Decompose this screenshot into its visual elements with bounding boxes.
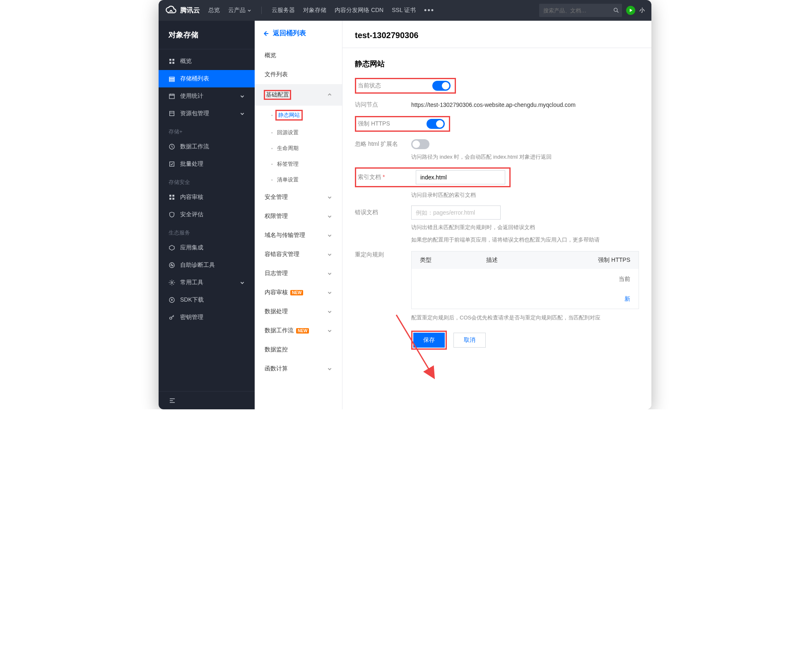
nav-cvm[interactable]: 云服务器 xyxy=(272,7,295,14)
sbm-static-site[interactable]: 静态网站 xyxy=(255,106,342,125)
sbl-bucket-list[interactable]: 存储桶列表 xyxy=(159,70,255,87)
sbm-domain-transfer[interactable]: 域名与传输管理 xyxy=(255,226,342,245)
index-doc-hint: 访问目录时匹配的索引文档 xyxy=(411,191,639,199)
sbl-sdk-download[interactable]: SDK下载 xyxy=(159,291,255,309)
svg-rect-14 xyxy=(169,198,171,200)
sbm-log-mgmt[interactable]: 日志管理 xyxy=(255,264,342,283)
sbl-workflow-label: 数据工作流 xyxy=(180,143,209,150)
sbm-fn-compute[interactable]: 函数计算 xyxy=(255,359,342,378)
sbl-security-assess[interactable]: 安全评估 xyxy=(159,206,255,223)
search-input[interactable] xyxy=(543,7,613,14)
sbm-file-list[interactable]: 文件列表 xyxy=(255,65,342,84)
sbl-package-mgmt[interactable]: 资源包管理 xyxy=(159,105,255,122)
sbl-common-tools[interactable]: 常用工具 xyxy=(159,274,255,291)
sbl-batch-label: 批量处理 xyxy=(180,160,203,168)
sbl-key-mgmt[interactable]: 密钥管理 xyxy=(159,309,255,326)
svg-rect-2 xyxy=(172,59,174,61)
save-button[interactable]: 保存 xyxy=(413,333,445,348)
sbm-tag-mgmt[interactable]: 标签管理 xyxy=(255,156,342,172)
svg-rect-7 xyxy=(169,80,174,82)
integration-icon xyxy=(169,244,175,251)
sbl-batch[interactable]: 批量处理 xyxy=(159,155,255,173)
search-box[interactable] xyxy=(539,4,622,17)
nav-ssl[interactable]: SSL 证书 xyxy=(392,7,416,14)
download-icon xyxy=(169,297,175,303)
key-icon xyxy=(169,314,175,321)
redirect-table: 类型 描述 强制 HTTPS 当前 新 xyxy=(411,251,639,309)
chevron-down-icon xyxy=(327,271,332,276)
gear-icon xyxy=(169,279,175,286)
svg-rect-13 xyxy=(172,195,174,197)
svg-rect-8 xyxy=(169,94,174,99)
user-label[interactable]: 小 xyxy=(639,7,645,14)
index-doc-label: 索引文档 * xyxy=(358,174,403,181)
search-icon[interactable] xyxy=(613,4,620,17)
ignore-ext-label: 忽略 html 扩展名 xyxy=(355,140,411,148)
cloud-logo-icon xyxy=(165,5,177,16)
new-badge: NEW xyxy=(296,328,309,334)
nav-overview[interactable]: 总览 xyxy=(208,7,220,14)
logo-area[interactable]: 腾讯云 xyxy=(165,5,200,16)
status-toggle[interactable] xyxy=(432,81,451,91)
nav-cos[interactable]: 对象存储 xyxy=(303,7,326,14)
table-add-link[interactable]: 新 xyxy=(412,290,639,309)
sidebar-collapse-button[interactable] xyxy=(159,391,255,409)
sidebar-mid: 返回桶列表 概览 文件列表 基础配置 静态网站 回源设置 生命周期 标签管理 清… xyxy=(255,21,342,409)
ignore-ext-toggle[interactable] xyxy=(411,139,429,149)
svg-point-20 xyxy=(170,317,172,319)
svg-rect-1 xyxy=(169,59,171,61)
audit-icon xyxy=(169,194,175,201)
chevron-down-icon xyxy=(327,290,332,295)
svg-point-18 xyxy=(171,282,173,283)
sbl-overview-label: 概览 xyxy=(180,58,192,65)
status-label: 当前状态 xyxy=(358,82,407,89)
index-doc-input[interactable] xyxy=(416,170,505,184)
sbm-data-monitor[interactable]: 数据监控 xyxy=(255,340,342,359)
sbm-basic-config[interactable]: 基础配置 xyxy=(255,84,342,106)
svg-rect-15 xyxy=(172,198,174,200)
sidebar-title: 对象存储 xyxy=(159,21,255,49)
cancel-button[interactable]: 取消 xyxy=(453,333,486,348)
sbl-workflow[interactable]: 数据工作流 xyxy=(159,138,255,155)
nav-products[interactable]: 云产品 xyxy=(228,7,251,14)
table-header: 类型 描述 强制 HTTPS xyxy=(412,251,639,269)
svg-rect-9 xyxy=(170,111,174,116)
error-doc-hint1: 访问出错且未匹配到重定向规则时，会返回错误文档 xyxy=(411,224,639,231)
chevron-down-icon xyxy=(240,111,245,116)
sbl-group-security: 存储安全 xyxy=(159,173,255,189)
nav-cdn[interactable]: 内容分发网络 CDN xyxy=(335,7,383,14)
top-nav: 总览 云产品 云服务器 对象存储 内容分发网络 CDN SSL 证书 ••• xyxy=(208,6,539,15)
sbl-overview[interactable]: 概览 xyxy=(159,53,255,70)
sbm-data-process[interactable]: 数据处理 xyxy=(255,302,342,321)
sbl-group-storage-plus: 存储+ xyxy=(159,122,255,138)
svg-point-0 xyxy=(614,8,617,12)
error-doc-input[interactable] xyxy=(411,205,501,220)
sbm-disaster[interactable]: 容错容灾管理 xyxy=(255,245,342,264)
sbm-origin[interactable]: 回源设置 xyxy=(255,125,342,140)
sbl-content-audit-label: 内容审核 xyxy=(180,193,203,201)
sbm-inventory[interactable]: 清单设置 xyxy=(255,172,342,188)
sbl-security-assess-label: 安全评估 xyxy=(180,211,203,218)
chevron-down-icon xyxy=(240,280,245,285)
sbl-diag-tool[interactable]: 自助诊断工具 xyxy=(159,256,255,274)
sbl-usage-stats[interactable]: 使用统计 xyxy=(159,87,255,105)
sbm-content-audit[interactable]: 内容审核NEW xyxy=(255,283,342,302)
sbl-bucket-list-label: 存储桶列表 xyxy=(180,75,209,82)
force-https-toggle[interactable] xyxy=(427,119,445,129)
shield-icon xyxy=(169,211,175,218)
nav-more-icon[interactable]: ••• xyxy=(424,6,434,15)
access-node-value: https://test-1302790306.cos-website.ap-c… xyxy=(411,102,576,108)
chevron-down-icon xyxy=(247,8,251,12)
bucket-name-header: test-1302790306 xyxy=(342,21,651,48)
new-badge: NEW xyxy=(290,290,303,295)
sbm-security-mgmt[interactable]: 安全管理 xyxy=(255,188,342,207)
sbm-perm-mgmt[interactable]: 权限管理 xyxy=(255,207,342,226)
sbm-overview[interactable]: 概览 xyxy=(255,46,342,65)
sbm-lifecycle[interactable]: 生命周期 xyxy=(255,140,342,156)
sbl-content-audit[interactable]: 内容审核 xyxy=(159,189,255,206)
back-to-buckets[interactable]: 返回桶列表 xyxy=(255,21,342,46)
sbl-key-mgmt-label: 密钥管理 xyxy=(180,314,203,321)
sbl-app-integration[interactable]: 应用集成 xyxy=(159,239,255,256)
sbm-data-workflow[interactable]: 数据工作流NEW xyxy=(255,321,342,340)
user-avatar-icon[interactable] xyxy=(626,6,635,15)
